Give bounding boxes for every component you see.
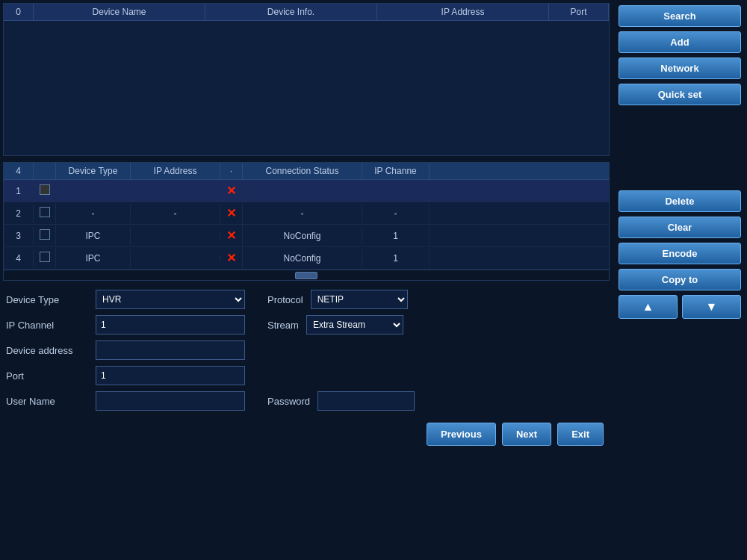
row4-ip bbox=[131, 255, 220, 262]
clear-button[interactable]: Clear bbox=[619, 217, 741, 238]
scrollbar-thumb[interactable] bbox=[295, 272, 317, 279]
row2-num: 2 bbox=[4, 205, 34, 223]
add-button[interactable]: Add bbox=[619, 31, 741, 53]
row1-ch bbox=[362, 187, 430, 195]
col2-dot: · bbox=[220, 163, 243, 179]
col2-device-type: Device Type bbox=[56, 163, 131, 179]
error-icon-1: ✕ bbox=[226, 184, 236, 197]
error-icon-3: ✕ bbox=[226, 229, 236, 242]
col2-ip-address: IP Address bbox=[131, 163, 220, 179]
right-panel-top: Search Add Network Quick set bbox=[619, 4, 741, 105]
col-device-name: Device Name bbox=[34, 4, 205, 20]
row4-conn: NoConfig bbox=[243, 249, 362, 267]
row1-ip bbox=[131, 187, 220, 195]
second-table-container: 4 Device Type IP Address · Connection St… bbox=[3, 162, 610, 281]
username-label: User Name bbox=[6, 396, 88, 407]
encode-button[interactable]: Encode bbox=[619, 243, 741, 264]
copy-to-button[interactable]: Copy to bbox=[619, 269, 741, 290]
stream-select[interactable]: Extra Stream bbox=[306, 315, 403, 335]
checkbox-3[interactable] bbox=[40, 229, 50, 240]
row4-status: ✕ bbox=[220, 247, 243, 269]
password-group: Password bbox=[267, 391, 415, 411]
password-input[interactable] bbox=[317, 391, 415, 411]
row2-status: ✕ bbox=[220, 202, 243, 224]
right-panel: Search Add Network Quick set Delete Clea… bbox=[613, 0, 747, 560]
down-button[interactable]: ▼ bbox=[682, 295, 741, 319]
device-address-input[interactable] bbox=[96, 340, 245, 360]
checkbox-4[interactable] bbox=[40, 252, 50, 262]
row3-cb[interactable] bbox=[34, 225, 56, 246]
error-icon-2: ✕ bbox=[226, 207, 236, 220]
device-type-select[interactable]: HVR bbox=[96, 290, 245, 309]
checkbox-2[interactable] bbox=[40, 207, 50, 217]
horizontal-scrollbar[interactable] bbox=[4, 270, 609, 280]
row2-type: - bbox=[56, 205, 131, 223]
row3-status: ✕ bbox=[220, 225, 243, 246]
table-row[interactable]: 2 - - ✕ - - bbox=[4, 202, 609, 225]
network-button[interactable]: Network bbox=[619, 57, 741, 79]
table-row[interactable]: 3 IPC ✕ NoConfig 1 bbox=[4, 225, 609, 247]
row2-conn: - bbox=[243, 205, 362, 223]
second-table-header: 4 Device Type IP Address · Connection St… bbox=[4, 163, 609, 180]
spacer bbox=[619, 120, 741, 180]
form-area: Device Type HVR Protocol NETIP IP Channe… bbox=[3, 284, 610, 455]
stream-label: Stream bbox=[267, 320, 299, 331]
ip-channel-input[interactable] bbox=[96, 315, 245, 335]
checkbox-1[interactable] bbox=[40, 184, 50, 195]
table-row[interactable]: 4 IPC ✕ NoConfig 1 bbox=[4, 247, 609, 270]
device-address-label: Device address bbox=[6, 345, 88, 356]
next-button[interactable]: Next bbox=[502, 423, 551, 446]
row3-ch: 1 bbox=[362, 227, 430, 245]
row1-type bbox=[56, 187, 131, 195]
col-device-info: Device Info. bbox=[205, 4, 377, 20]
ip-channel-label: IP Channel bbox=[6, 320, 88, 331]
row4-ch: 1 bbox=[362, 249, 430, 267]
row3-ip bbox=[131, 232, 220, 240]
row3-type: IPC bbox=[56, 227, 131, 245]
col-port: Port bbox=[549, 4, 609, 20]
port-input[interactable] bbox=[96, 366, 245, 385]
stream-group: Stream Extra Stream bbox=[267, 315, 403, 335]
protocol-label: Protocol bbox=[267, 294, 303, 305]
form-row-3: Device address bbox=[6, 340, 607, 360]
protocol-select[interactable]: NETIP bbox=[311, 290, 408, 309]
search-button[interactable]: Search bbox=[619, 5, 741, 27]
row2-cb[interactable] bbox=[34, 203, 56, 223]
bottom-buttons: Previous Next Exit bbox=[6, 417, 607, 449]
row4-num: 4 bbox=[4, 249, 34, 267]
top-table-container: 0 Device Name Device Info. IP Address Po… bbox=[3, 3, 610, 156]
bottom-section: 4 Device Type IP Address · Connection St… bbox=[3, 162, 610, 557]
form-row-5: User Name Password bbox=[6, 391, 607, 411]
protocol-group: Protocol NETIP bbox=[267, 290, 408, 309]
col2-cb bbox=[34, 163, 56, 179]
divider bbox=[619, 110, 741, 116]
top-table-body bbox=[4, 21, 609, 155]
col-num: 0 bbox=[4, 4, 34, 20]
row2-ch: - bbox=[362, 205, 430, 223]
row3-conn: NoConfig bbox=[243, 227, 362, 245]
form-row-2: IP Channel Stream Extra Stream bbox=[6, 315, 607, 335]
username-input[interactable] bbox=[96, 391, 245, 411]
previous-button[interactable]: Previous bbox=[427, 423, 496, 446]
exit-button[interactable]: Exit bbox=[557, 423, 604, 446]
device-type-label: Device Type bbox=[6, 294, 88, 305]
table-row[interactable]: 1 ✕ bbox=[4, 180, 609, 202]
error-icon-4: ✕ bbox=[226, 252, 236, 264]
row1-status: ✕ bbox=[220, 180, 243, 202]
password-label: Password bbox=[267, 396, 310, 407]
right-panel-bottom: Delete Clear Encode Copy to ▲ ▼ bbox=[619, 190, 741, 319]
row1-conn bbox=[243, 187, 362, 195]
col-ip-address: IP Address bbox=[377, 4, 549, 20]
row4-cb[interactable] bbox=[34, 248, 56, 268]
col2-ip-channel: IP Channe bbox=[362, 163, 430, 179]
arrow-buttons: ▲ ▼ bbox=[619, 295, 741, 319]
port-label: Port bbox=[6, 370, 88, 382]
top-table-header: 0 Device Name Device Info. IP Address Po… bbox=[4, 4, 609, 21]
quick-set-button[interactable]: Quick set bbox=[619, 84, 741, 105]
col2-num: 4 bbox=[4, 163, 34, 179]
delete-button[interactable]: Delete bbox=[619, 190, 741, 212]
row4-type: IPC bbox=[56, 249, 131, 267]
up-button[interactable]: ▲ bbox=[619, 295, 678, 319]
form-row-4: Port bbox=[6, 366, 607, 385]
row1-cb[interactable] bbox=[34, 181, 56, 201]
